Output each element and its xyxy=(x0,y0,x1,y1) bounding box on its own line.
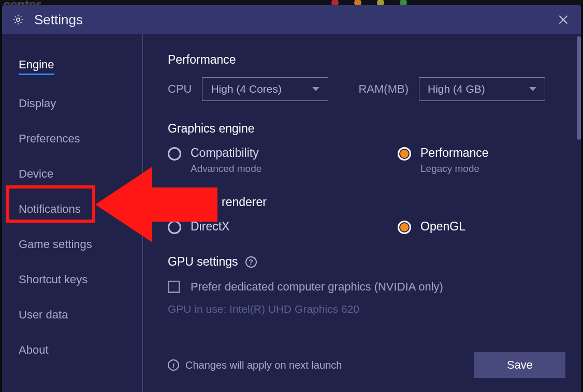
close-icon[interactable] xyxy=(558,12,569,28)
radio-opengl[interactable]: OpenGL xyxy=(398,220,581,234)
gpu-in-use-text: GPU in use: Intel(R) UHD Graphics 620 xyxy=(168,303,556,315)
radio-icon xyxy=(398,147,411,161)
sidebar-item-device[interactable]: Device xyxy=(19,167,53,181)
sidebar-item-shortcut-keys[interactable]: Shortcut keys xyxy=(19,273,88,286)
cpu-label: CPU xyxy=(168,82,192,96)
save-button-label: Save xyxy=(507,358,533,372)
scrollbar-thumb[interactable] xyxy=(577,36,581,140)
section-renderer-title: renderer xyxy=(168,195,556,209)
radio-compatibility-sub: Advanced mode xyxy=(191,163,261,175)
gpu-checkbox-row[interactable]: Prefer dedicated computer graphics (NVID… xyxy=(168,280,556,294)
radio-directx[interactable]: DirectX xyxy=(168,220,365,234)
svg-point-0 xyxy=(17,18,20,21)
checkbox-icon[interactable] xyxy=(168,281,180,293)
scrollbar-track[interactable] xyxy=(577,34,581,392)
info-pill: i Changes will apply on next launch xyxy=(168,359,342,371)
settings-window: Settings Engine Display Preferences Devi… xyxy=(2,5,581,392)
performance-row: CPU High (4 Cores) RAM(MB) High (4 GB) xyxy=(168,77,556,101)
graphics-radio-row: Compatibility Advanced mode Performance … xyxy=(168,146,556,175)
ram-dropdown[interactable]: High (4 GB) xyxy=(419,77,545,101)
sidebar-item-notifications[interactable]: Notifications xyxy=(19,202,81,216)
ram-label: RAM(MB) xyxy=(358,82,409,96)
chevron-down-icon xyxy=(312,87,319,91)
radio-performance-label: Performance xyxy=(420,146,489,160)
content-panel: Performance CPU High (4 Cores) RAM(MB) H… xyxy=(143,34,581,392)
sidebar-item-user-data[interactable]: User data xyxy=(19,308,68,322)
settings-title: Settings xyxy=(34,12,83,28)
sidebar-item-game-settings[interactable]: Game settings xyxy=(19,238,92,251)
radio-compatibility-label: Compatibility xyxy=(191,146,261,160)
radio-icon xyxy=(398,221,411,234)
sidebar-item-about[interactable]: About xyxy=(19,343,49,357)
sidebar-item-display[interactable]: Display xyxy=(19,97,56,110)
titlebar: Settings xyxy=(2,5,581,34)
section-graphics-title: Graphics engine xyxy=(168,122,556,136)
chevron-down-icon xyxy=(529,87,536,91)
renderer-radio-row: DirectX OpenGL xyxy=(168,220,556,234)
sidebar: Engine Display Preferences Device Notifi… xyxy=(2,34,143,392)
save-button[interactable]: Save xyxy=(474,352,565,378)
content-footer: i Changes will apply on next launch Save xyxy=(168,351,565,380)
section-gpu-title-row: GPU settings ? xyxy=(168,255,556,269)
info-icon: i xyxy=(168,359,179,371)
radio-opengl-label: OpenGL xyxy=(420,220,465,234)
section-performance-title: Performance xyxy=(168,53,556,67)
radio-compatibility[interactable]: Compatibility Advanced mode xyxy=(168,146,365,175)
background-strip xyxy=(0,0,583,5)
radio-directx-label: DirectX xyxy=(191,220,229,234)
gear-icon xyxy=(11,13,25,26)
cpu-dropdown[interactable]: High (4 Cores) xyxy=(202,77,328,101)
info-text: Changes will apply on next launch xyxy=(185,359,342,371)
radio-performance-sub: Legacy mode xyxy=(420,163,489,175)
gpu-checkbox-label: Prefer dedicated computer graphics (NVID… xyxy=(191,280,443,294)
radio-performance-mode[interactable]: Performance Legacy mode xyxy=(398,146,581,175)
help-icon[interactable]: ? xyxy=(245,256,257,268)
sidebar-item-preferences[interactable]: Preferences xyxy=(19,132,80,146)
radio-icon xyxy=(168,221,181,234)
radio-icon xyxy=(168,147,181,161)
sidebar-item-engine[interactable]: Engine xyxy=(19,58,54,75)
ram-dropdown-value: High (4 GB) xyxy=(428,83,485,95)
section-gpu-title: GPU settings xyxy=(168,255,238,269)
cpu-dropdown-value: High (4 Cores) xyxy=(211,83,282,95)
